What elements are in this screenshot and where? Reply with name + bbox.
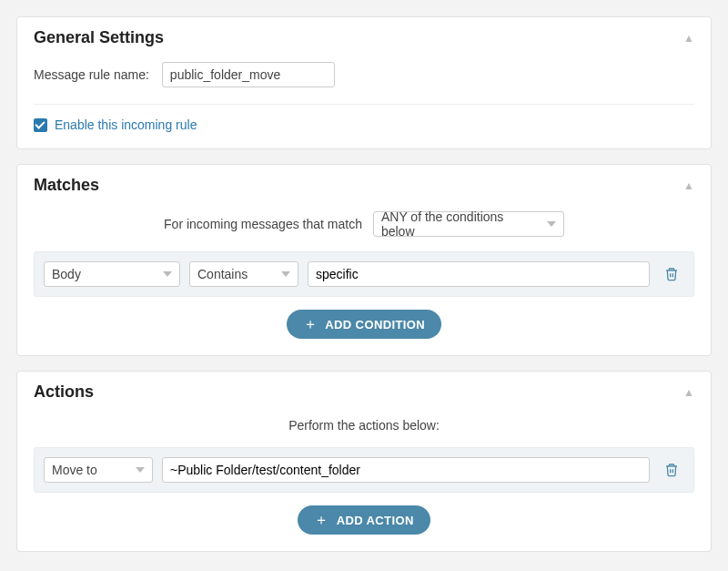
matches-title: Matches	[34, 176, 99, 195]
add-condition-label: ADD CONDITION	[325, 318, 425, 331]
chevron-down-icon	[136, 467, 145, 473]
plus-icon: ＋	[314, 513, 329, 527]
action-target-input[interactable]	[162, 457, 650, 483]
add-action-label: ADD ACTION	[337, 514, 414, 527]
action-type-value: Move to	[52, 463, 97, 477]
general-settings-panel: General Settings ▲ Message rule name: En…	[16, 16, 712, 149]
trash-icon	[664, 463, 679, 477]
general-settings-header[interactable]: General Settings ▲	[17, 17, 711, 58]
rule-name-label: Message rule name:	[34, 67, 149, 82]
delete-condition-button[interactable]	[659, 261, 684, 287]
actions-title: Actions	[34, 382, 94, 402]
match-scope-value: ANY of the conditions below	[381, 209, 538, 239]
checkbox-checked-icon	[34, 118, 47, 132]
general-settings-title: General Settings	[34, 28, 164, 47]
rule-name-input[interactable]	[162, 62, 335, 87]
condition-row: Body Contains	[34, 251, 694, 297]
condition-operator-select[interactable]: Contains	[189, 261, 298, 287]
add-condition-button[interactable]: ＋ ADD CONDITION	[287, 310, 441, 339]
collapse-icon: ▲	[683, 179, 694, 192]
enable-rule-checkbox[interactable]: Enable this incoming rule	[34, 117, 694, 132]
condition-operator-value: Contains	[197, 267, 248, 281]
matches-header[interactable]: Matches ▲	[17, 165, 711, 206]
trash-icon	[664, 267, 679, 281]
plus-icon: ＋	[303, 317, 318, 331]
matches-prompt: For incoming messages that match	[164, 217, 362, 231]
delete-action-button[interactable]	[659, 457, 684, 483]
collapse-icon: ▲	[683, 32, 694, 45]
action-type-select[interactable]: Move to	[44, 457, 153, 483]
chevron-down-icon	[163, 271, 172, 277]
add-action-button[interactable]: ＋ ADD ACTION	[298, 505, 430, 535]
actions-prompt: Perform the actions below:	[288, 418, 440, 433]
condition-field-select[interactable]: Body	[44, 261, 180, 287]
actions-header[interactable]: Actions ▲	[17, 372, 711, 413]
action-row: Move to	[34, 447, 694, 493]
collapse-icon: ▲	[683, 386, 694, 399]
chevron-down-icon	[547, 221, 556, 227]
chevron-down-icon	[281, 271, 290, 277]
condition-field-value: Body	[52, 267, 81, 281]
enable-rule-label: Enable this incoming rule	[55, 117, 197, 132]
condition-value-input[interactable]	[308, 261, 650, 287]
match-scope-select[interactable]: ANY of the conditions below	[373, 211, 564, 237]
actions-panel: Actions ▲ Perform the actions below: Mov…	[16, 371, 712, 552]
matches-panel: Matches ▲ For incoming messages that mat…	[16, 164, 712, 356]
